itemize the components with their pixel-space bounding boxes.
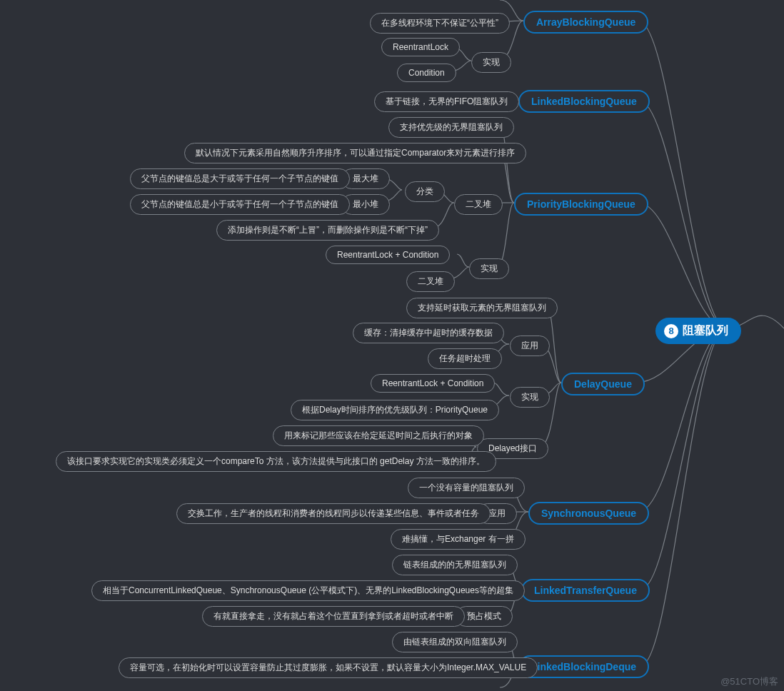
major-prioritybq[interactable]: PriorityBlockingQueue [514, 193, 648, 216]
root-number: 8 [664, 324, 678, 338]
lbd-cap[interactable]: 容量可选，在初始化时可以设置容量防止其过度膨胀，如果不设置，默认容量大小为Int… [119, 657, 538, 678]
ltq-super[interactable]: 相当于ConcurrentLinkedQueue、SynchronousQueu… [91, 580, 525, 601]
abq-reentrant[interactable]: ReentrantLock [381, 38, 460, 56]
dq-pq[interactable]: 根据Delay时间排序的优先级队列：PriorityQueue [291, 400, 499, 420]
root-node[interactable]: 8 阻塞队列 [655, 318, 741, 344]
pbq-min-desc[interactable]: 父节点的键值总是小于或等于任何一个子节点的键值 [130, 194, 350, 215]
major-linkedbq[interactable]: LinkedBlockingQueue [518, 90, 650, 113]
dq-reent[interactable]: ReentrantLock + Condition [371, 374, 495, 393]
dq-app[interactable]: 应用 [510, 336, 550, 356]
pbq-cls[interactable]: 分类 [405, 181, 445, 202]
major-linkedtq[interactable]: LinkedTransferQueue [521, 579, 650, 602]
sq-conf[interactable]: 难搞懂，与Exchanger 有一拼 [391, 529, 526, 550]
pbq-reent[interactable]: ReentrantLock + Condition [326, 246, 450, 264]
pbq-max-desc[interactable]: 父节点的键值总是大于或等于任何一个子节点的键值 [130, 168, 350, 189]
pbq-bheap[interactable]: 二叉堆 [406, 271, 455, 292]
sq-nocap[interactable]: 一个没有容量的阻塞队列 [408, 478, 525, 498]
dq-cache[interactable]: 缓存：清掉缓存中超时的缓存数据 [353, 323, 504, 343]
abq-condition[interactable]: Condition [397, 64, 456, 82]
pbq-prio[interactable]: 支持优先级的无界阻塞队列 [388, 117, 514, 138]
pbq-sort[interactable]: 默认情况下元素采用自然顺序升序排序，可以通过指定Comparator来对元素进行… [184, 143, 526, 163]
lbd-bi[interactable]: 由链表组成的双向阻塞队列 [392, 632, 518, 652]
major-delayq[interactable]: DelayQueue [561, 373, 645, 395]
major-syncq[interactable]: SynchronousQueue [528, 502, 649, 525]
ltq-link[interactable]: 链表组成的的无界阻塞队列 [392, 555, 518, 575]
major-linkedbd[interactable]: LinkedBlockingDeque [518, 655, 649, 678]
pbq-impl[interactable]: 实现 [469, 258, 509, 279]
root-label: 阻塞队列 [683, 323, 728, 338]
lbq-desc[interactable]: 基于链接，无界的FIFO阻塞队列 [374, 91, 519, 112]
dq-impl[interactable]: 实现 [510, 387, 550, 408]
dq-delay[interactable]: 支持延时获取元素的无界阻塞队列 [406, 298, 558, 318]
abq-impl[interactable]: 实现 [471, 52, 511, 73]
ltq-take[interactable]: 有就直接拿走，没有就占着这个位置直到拿到或者超时或者中断 [202, 606, 465, 627]
sq-exch[interactable]: 交换工作，生产者的线程和消费者的线程同步以传递某些信息、事件或者任务 [176, 503, 491, 524]
dq-task[interactable]: 任务超时处理 [428, 348, 502, 369]
abq-fair[interactable]: 在多线程环境下不保证“公平性” [370, 13, 510, 34]
pbq-op[interactable]: 添加操作则是不断“上冒”，而删除操作则是不断“下掉” [216, 220, 439, 241]
dq-cmp[interactable]: 该接口要求实现它的实现类必须定义一个compareTo 方法，该方法提供与此接口… [56, 451, 496, 472]
pbq-heap[interactable]: 二叉堆 [454, 194, 503, 215]
major-arraybq[interactable]: ArrayBlockingQueue [523, 11, 648, 34]
dq-mark[interactable]: 用来标记那些应该在给定延迟时间之后执行的对象 [273, 425, 484, 446]
